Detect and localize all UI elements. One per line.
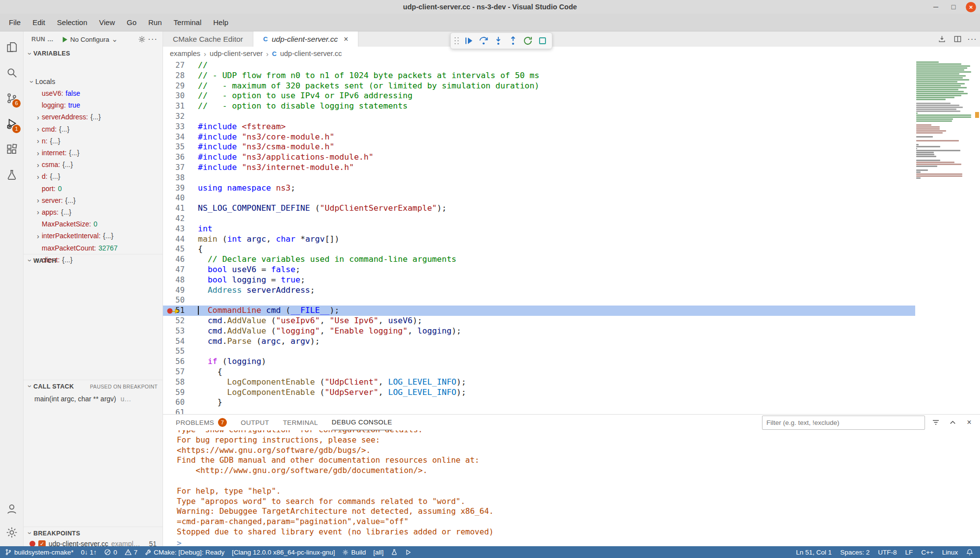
call-stack-frame[interactable]: main(int argc, char ** argv) u… — [24, 393, 163, 405]
continue-button[interactable] — [463, 34, 475, 47]
tab-udp-client-server[interactable]: C udp-client-server.cc × — [253, 31, 358, 47]
gear-icon[interactable] — [136, 33, 148, 45]
breakpoints-section-header[interactable]: › BREAKPOINTS — [24, 527, 163, 539]
code-line[interactable]: 51 CommandLine cmd (__FILE__); — [163, 306, 915, 316]
menu-item-help[interactable]: Help — [207, 16, 234, 29]
variable-row[interactable]: useV6:false — [24, 87, 163, 99]
tab-output[interactable]: OUTPUT — [241, 415, 269, 430]
variable-row[interactable]: maxPacketCount:32767 — [24, 242, 163, 253]
code-line[interactable]: 46 // Declare variables used in command-… — [163, 254, 915, 265]
code-line[interactable]: 41NS_LOG_COMPONENT_DEFINE ("UdpClientSer… — [163, 203, 915, 214]
code-line[interactable]: 56 if (logging) — [163, 357, 915, 367]
variable-row[interactable]: ›d:{...} — [24, 170, 163, 182]
code-line[interactable]: 34#include "ns3/core-module.h" — [163, 132, 915, 142]
menu-item-view[interactable]: View — [93, 16, 121, 29]
code-line[interactable]: 50 — [163, 295, 915, 306]
variable-row[interactable]: ›interPacketInterval:{...} — [24, 230, 163, 242]
variables-scope-locals[interactable]: › Locals — [24, 76, 163, 87]
status-item-play[interactable] — [405, 549, 411, 556]
step-over-button[interactable] — [477, 34, 490, 47]
filter-input[interactable] — [762, 416, 925, 430]
code-line[interactable]: 61 — [163, 408, 915, 414]
code-line[interactable]: 40 — [163, 193, 915, 203]
status-item-ln-51-col-1[interactable]: Ln 51, Col 1 — [796, 549, 832, 556]
menu-item-file[interactable]: File — [3, 16, 27, 29]
tab-terminal[interactable]: TERMINAL — [283, 415, 318, 430]
watch-section-header[interactable]: › WATCH — [24, 254, 163, 267]
code-line[interactable]: 32 — [163, 112, 915, 122]
sidebar-item-testing[interactable] — [0, 162, 23, 188]
code-line[interactable]: 47 bool useV6 = false; — [163, 265, 915, 275]
stop-button[interactable] — [536, 34, 549, 47]
variable-row[interactable]: ›csma:{...} — [24, 159, 163, 170]
tab-cmake-cache-editor[interactable]: CMake Cache Editor — [163, 31, 253, 47]
code-line[interactable]: 48 bool logging = true; — [163, 275, 915, 285]
more-actions-icon[interactable]: ··· — [967, 33, 977, 45]
status-item-all[interactable]: [all] — [373, 549, 383, 556]
tab-debug-console[interactable]: DEBUG CONSOLE — [332, 415, 392, 430]
status-item-linux[interactable]: Linux — [942, 549, 958, 556]
minimize-icon[interactable]: ─ — [930, 1, 941, 12]
sidebar-item-extensions[interactable] — [0, 137, 23, 162]
code-line[interactable]: 44main (int argc, char *argv[]) — [163, 234, 915, 245]
menu-item-selection[interactable]: Selection — [51, 16, 93, 29]
code-line[interactable]: 35#include "ns3/csma-module.h" — [163, 142, 915, 152]
status-item-bell[interactable] — [966, 549, 973, 556]
code-line[interactable]: 36#include "ns3/applications-module.h" — [163, 152, 915, 163]
code-line[interactable]: 33#include <fstream> — [163, 122, 915, 132]
code-line[interactable]: 27// — [163, 60, 915, 71]
call-stack-section-header[interactable]: › CALL STACK PAUSED ON BREAKPOINT — [24, 380, 163, 392]
code-line[interactable]: 59 LogComponentEnable ("UdpServer", LOG_… — [163, 388, 915, 398]
code-line[interactable]: 45{ — [163, 244, 915, 254]
debug-configuration-dropdown[interactable]: No Configura ⌄ — [70, 35, 118, 44]
code-line[interactable]: 53 cmd.AddValue ("logging", "Enable logg… — [163, 326, 915, 336]
menu-item-run[interactable]: Run — [142, 16, 168, 29]
code-line[interactable]: 39using namespace ns3; — [163, 183, 915, 194]
code-editor[interactable]: 27//28// - UDP flow from n0 to n1 of 102… — [163, 60, 980, 414]
code-line[interactable]: 29// - maximum of 320 packets sent (or l… — [163, 81, 915, 91]
variable-row[interactable]: ›cmd:{...} — [24, 123, 163, 135]
status-item-0[interactable]: 0 — [104, 549, 117, 556]
status-item-buildsystem-cmake[interactable]: buildsystem-cmake* — [5, 549, 74, 556]
code-line[interactable]: 49 Address serverAddress; — [163, 285, 915, 296]
status-item-0-1[interactable]: 0↓ 1↑ — [81, 549, 97, 556]
drag-handle[interactable] — [454, 36, 460, 45]
close-tab-icon[interactable]: × — [344, 35, 348, 44]
status-item-spaces-2[interactable]: Spaces: 2 — [840, 549, 870, 556]
code-line[interactable]: 60 } — [163, 397, 915, 408]
filter-icon[interactable] — [930, 417, 942, 428]
code-line[interactable]: 43int — [163, 224, 915, 234]
code-line[interactable]: 28// - UDP flow from n0 to n1 of 1024 by… — [163, 71, 915, 81]
tab-problems[interactable]: PROBLEMS 7 — [176, 415, 227, 430]
maximize-panel-icon[interactable] — [947, 417, 958, 428]
sidebar-item-source-control[interactable]: 6 — [0, 85, 23, 111]
sidebar-item-search[interactable] — [0, 60, 23, 85]
code-line[interactable]: 38 — [163, 173, 915, 183]
minimap[interactable] — [916, 60, 974, 414]
menu-item-go[interactable]: Go — [121, 16, 142, 29]
menu-item-edit[interactable]: Edit — [27, 16, 51, 29]
more-actions-icon[interactable]: ··· — [148, 33, 158, 45]
sidebar-item-run-and-debug[interactable]: 1 — [0, 111, 23, 137]
breadcrumb-udp-client-server[interactable]: udp-client-server — [210, 50, 263, 57]
code-line[interactable]: 57 { — [163, 367, 915, 377]
code-line[interactable]: 42 — [163, 214, 915, 224]
menu-item-terminal[interactable]: Terminal — [168, 16, 208, 29]
variable-row[interactable]: MaxPacketSize:0 — [24, 218, 163, 230]
code-line[interactable]: 31// - option to disable logging stateme… — [163, 101, 915, 112]
code-line[interactable]: 37#include "ns3/internet-module.h" — [163, 163, 915, 173]
status-item-c[interactable]: C++ — [921, 549, 934, 556]
start-debugging-button[interactable] — [58, 33, 70, 45]
status-item-build[interactable]: Build — [342, 549, 366, 556]
step-out-button[interactable] — [507, 34, 519, 47]
variable-row[interactable]: port:0 — [24, 183, 163, 195]
breadcrumb-file[interactable]: udp-client-server.cc — [280, 50, 342, 57]
activity-settings-gear[interactable] — [0, 521, 23, 544]
variable-row[interactable]: ›internet:{...} — [24, 147, 163, 159]
step-into-button[interactable] — [492, 34, 505, 47]
variable-row[interactable]: ›apps:{...} — [24, 206, 163, 218]
variable-row[interactable]: ›n:{...} — [24, 135, 163, 147]
code-line[interactable]: 58 LogComponentEnable ("UdpClient", LOG_… — [163, 377, 915, 388]
overview-ruler[interactable] — [974, 60, 980, 414]
sidebar-item-explorer[interactable] — [0, 34, 23, 60]
